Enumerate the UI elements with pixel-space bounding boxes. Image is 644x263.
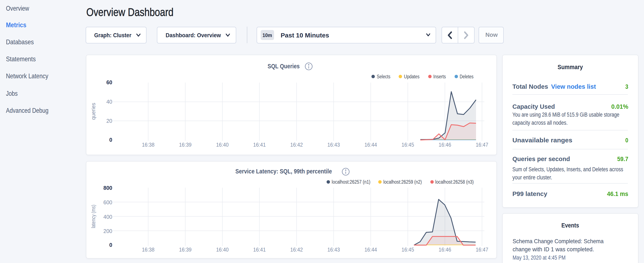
svg-text:Sum of Selects, Updates, Inser: Sum of Selects, Updates, Inserts, and De…	[512, 166, 623, 173]
svg-text:Queries per second: Queries per second	[512, 156, 570, 162]
svg-text:Events: Events	[562, 222, 579, 229]
svg-text:Capacity Used: Capacity Used	[512, 103, 555, 110]
svg-text:localhost:26257 (n1): localhost:26257 (n1)	[332, 179, 370, 185]
svg-text:16:39: 16:39	[179, 247, 192, 252]
svg-text:Advanced Debug: Advanced Debug	[6, 107, 48, 114]
svg-text:Schema Change Completed: Schem: Schema Change Completed: Schema	[512, 238, 604, 244]
svg-text:SQL Queries: SQL Queries	[268, 63, 300, 70]
svg-text:800: 800	[103, 185, 112, 191]
svg-text:your entire cluster.: your entire cluster.	[512, 174, 552, 181]
svg-text:16:47: 16:47	[476, 142, 488, 148]
svg-text:16:39: 16:39	[179, 142, 192, 148]
svg-text:Summary: Summary	[558, 63, 583, 70]
svg-text:queries: queries	[90, 103, 96, 120]
svg-text:16:45: 16:45	[402, 142, 414, 148]
svg-text:Past 10 Minutes: Past 10 Minutes	[281, 32, 329, 39]
svg-text:May 13, 2020 at 4:45 PM: May 13, 2020 at 4:45 PM	[512, 254, 566, 261]
svg-text:Unavailable ranges: Unavailable ranges	[512, 137, 572, 144]
svg-text:16:40: 16:40	[216, 142, 228, 148]
svg-text:Inserts: Inserts	[433, 74, 446, 79]
svg-text:0.01%: 0.01%	[611, 103, 628, 110]
svg-text:P99 latency: P99 latency	[512, 190, 547, 197]
svg-text:Databases: Databases	[6, 38, 34, 46]
svg-text:59.7: 59.7	[617, 156, 628, 162]
svg-text:3: 3	[625, 83, 628, 90]
svg-text:Network Latency: Network Latency	[6, 72, 48, 80]
svg-text:16:40: 16:40	[216, 247, 228, 252]
svg-text:46.1 ms: 46.1 ms	[607, 190, 628, 197]
svg-text:View nodes list: View nodes list	[551, 83, 596, 90]
svg-text:40: 40	[106, 99, 112, 105]
svg-text:latency (ms): latency (ms)	[90, 205, 96, 228]
svg-text:600: 600	[103, 199, 112, 205]
svg-text:Now: Now	[486, 32, 498, 38]
svg-text:20: 20	[106, 118, 112, 124]
svg-text:60: 60	[106, 79, 112, 85]
svg-text:16:43: 16:43	[328, 247, 340, 252]
svg-text:16:41: 16:41	[253, 247, 266, 252]
svg-text:16:44: 16:44	[364, 142, 377, 148]
svg-text:0: 0	[109, 137, 112, 143]
svg-text:Total Nodes: Total Nodes	[512, 83, 548, 90]
svg-text:16:45: 16:45	[402, 247, 414, 252]
svg-text:16:42: 16:42	[290, 142, 303, 148]
svg-text:16:43: 16:43	[328, 142, 340, 148]
svg-text:400: 400	[103, 214, 112, 220]
svg-text:16:41: 16:41	[253, 142, 266, 148]
svg-text:Metrics: Metrics	[6, 21, 26, 29]
svg-text:Selects: Selects	[377, 74, 390, 79]
svg-text:Overview: Overview	[6, 5, 29, 12]
svg-text:localhost:26258 (n3): localhost:26258 (n3)	[435, 179, 474, 185]
svg-text:localhost:26259 (n2): localhost:26259 (n2)	[383, 179, 422, 185]
svg-text:Dashboard: Overview: Dashboard: Overview	[166, 32, 221, 39]
svg-text:Graph: Cluster: Graph: Cluster	[94, 32, 132, 39]
svg-text:16:47: 16:47	[476, 247, 488, 252]
svg-text:16:38: 16:38	[142, 142, 154, 148]
svg-text:0: 0	[109, 242, 112, 248]
svg-text:16:46: 16:46	[438, 142, 451, 148]
svg-text:You are using 28.6 MiB of 515.: You are using 28.6 MiB of 515.9 GiB usab…	[512, 112, 619, 118]
svg-text:Statements: Statements	[6, 55, 36, 63]
svg-text:16:46: 16:46	[438, 247, 451, 252]
svg-text:200: 200	[103, 228, 112, 234]
svg-text:16:44: 16:44	[364, 247, 377, 252]
svg-text:16:42: 16:42	[290, 247, 303, 252]
svg-text:0: 0	[625, 137, 628, 144]
svg-text:capacity across all nodes.: capacity across all nodes.	[512, 120, 568, 126]
svg-text:Deletes: Deletes	[460, 74, 474, 79]
svg-text:Service Latency: SQL, 99th per: Service Latency: SQL, 99th percentile	[235, 168, 332, 175]
svg-text:10m: 10m	[262, 33, 272, 38]
svg-text:Updates: Updates	[404, 74, 420, 79]
svg-text:change with ID 1 was completed: change with ID 1 was completed.	[512, 246, 594, 252]
svg-text:Overview Dashboard: Overview Dashboard	[86, 6, 174, 18]
svg-text:16:38: 16:38	[142, 247, 154, 252]
svg-text:Jobs: Jobs	[6, 90, 18, 97]
